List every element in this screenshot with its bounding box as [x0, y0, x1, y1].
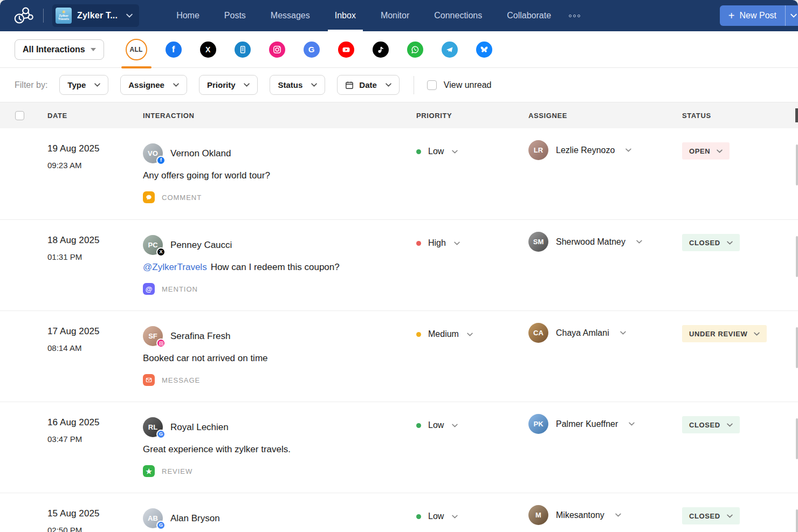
instagram-icon [156, 338, 166, 348]
new-post-button[interactable]: + New Post [720, 5, 785, 26]
assignee-dropdown[interactable]: PK Palmer Kueffner [528, 414, 682, 434]
chevron-down-icon [454, 241, 460, 245]
nav-item-monitor[interactable]: Monitor [368, 0, 422, 31]
priority-dropdown[interactable]: Low [416, 147, 528, 156]
avatar: CA [528, 323, 548, 343]
status-dropdown[interactable]: CLOSED [682, 416, 740, 433]
nav-item-home[interactable]: Home [164, 0, 212, 31]
interaction-cell: SF Serafina Fresh Booked car not arrived… [143, 326, 416, 402]
select-all-checkbox[interactable] [15, 111, 24, 120]
interaction-date: 16 Aug 2025 [47, 417, 143, 428]
chevron-down-icon [625, 148, 631, 152]
table-row[interactable]: 17 Aug 2025 08:14 AM SF Serafina Fresh B… [0, 310, 798, 402]
table-row[interactable]: 16 Aug 2025 03:47 PM RL G Royal Lechien … [0, 402, 798, 493]
zoho-social-logo-icon[interactable] [12, 5, 36, 26]
interaction-message: Booked car not arrived on time [143, 353, 416, 364]
interaction-time: 08:14 AM [47, 343, 143, 353]
status-dropdown[interactable]: CLOSED [682, 507, 740, 524]
chevron-down-icon [467, 333, 473, 336]
tiktok-icon[interactable] [373, 42, 389, 58]
status-dropdown[interactable]: CLOSED [682, 234, 740, 251]
avatar: M [528, 505, 548, 525]
column-header-assignee: ASSIGNEE [528, 112, 682, 120]
interaction-date: 15 Aug 2025 [47, 508, 143, 519]
chevron-down-icon [727, 241, 733, 245]
x-twitter-icon[interactable]: X [200, 42, 216, 58]
author-name: Serafina Fresh [170, 331, 231, 342]
channel-filter-bar: All Interactions ALL f X G [0, 31, 798, 68]
assignee-dropdown[interactable]: CA Chaya Amlani [528, 323, 682, 343]
status-dropdown[interactable]: UNDER REVIEW [682, 325, 767, 342]
interaction-type: COMMENT [143, 191, 416, 203]
priority-dropdown[interactable]: High [416, 238, 528, 248]
interaction-message: Great experience with zylker travels. [143, 444, 416, 455]
filter-status-dropdown[interactable]: Status [270, 75, 325, 95]
message-icon [143, 374, 155, 386]
calendar-icon [345, 81, 354, 89]
comment-icon [143, 191, 155, 203]
view-unread-toggle[interactable]: View unread [427, 80, 492, 90]
google-icon: G [156, 521, 166, 530]
nav-item-messages[interactable]: Messages [258, 0, 322, 31]
avatar: AB G [143, 508, 163, 528]
nav-item-posts[interactable]: Posts [212, 0, 258, 31]
filter-priority-dropdown[interactable]: Priority [199, 75, 258, 95]
date-cell: 17 Aug 2025 08:14 AM [47, 326, 143, 402]
table-row[interactable]: 15 Aug 2025 02:50 PM AB G Alan Bryson Lo… [0, 493, 798, 532]
assignee-dropdown[interactable]: M Mikesantony [528, 505, 682, 525]
new-post-dropdown-button[interactable] [785, 5, 798, 26]
google-icon: G [156, 430, 166, 439]
status-cell: CLOSED [682, 235, 798, 310]
assignee-dropdown[interactable]: SM Sherwood Matney [528, 232, 682, 252]
whatsapp-icon[interactable] [407, 42, 423, 58]
chevron-down-icon [629, 422, 635, 426]
google-my-business-icon[interactable] [235, 42, 251, 58]
youtube-icon[interactable] [338, 42, 354, 58]
nav-item-connections[interactable]: Connections [422, 0, 494, 31]
assignee-cell: PK Palmer Kueffner [528, 417, 682, 493]
chevron-down-icon [727, 423, 733, 427]
priority-dropdown[interactable]: Low [416, 512, 528, 521]
type-label: COMMENT [162, 194, 202, 202]
new-post-split-button: + New Post [720, 5, 798, 26]
priority-dropdown[interactable]: Medium [416, 329, 528, 339]
priority-cell: Low [416, 143, 528, 219]
instagram-icon[interactable] [269, 42, 285, 58]
nav-item-inbox[interactable]: Inbox [322, 0, 368, 31]
type-label: REVIEW [162, 467, 192, 475]
avatar: LR [528, 140, 548, 160]
priority-dropdown[interactable]: Low [416, 420, 528, 430]
telegram-icon[interactable] [442, 42, 458, 58]
brand-switcher[interactable]: ☀ Zylker Travels Zylker T... [52, 4, 139, 27]
filter-type-dropdown[interactable]: Type [59, 75, 108, 95]
mention-link[interactable]: @ZylkerTravels [143, 262, 207, 272]
x-twitter-icon: X [156, 247, 166, 257]
status-badge-label: CLOSED [689, 512, 720, 520]
table-header: DATE INTERACTION PRIORITY ASSIGNEE STATU… [0, 102, 798, 128]
all-interactions-dropdown[interactable]: All Interactions [15, 39, 104, 60]
assignee-dropdown[interactable]: LR Lezlie Reynozo [528, 140, 682, 160]
channel-all[interactable]: ALL [126, 39, 147, 60]
date-cell: 18 Aug 2025 01:31 PM [47, 235, 143, 310]
plus-icon: + [728, 10, 735, 21]
assignee-cell: SM Sherwood Matney [528, 235, 682, 310]
chevron-down-icon [94, 83, 100, 87]
more-menu-icon[interactable] [566, 11, 583, 20]
priority-dot [416, 514, 421, 519]
nav-item-collaborate[interactable]: Collaborate [494, 0, 563, 31]
filter-date-dropdown[interactable]: Date [337, 75, 400, 95]
filter-assignee-dropdown[interactable]: Assignee [120, 75, 187, 95]
facebook-icon[interactable]: f [166, 42, 182, 58]
table-row[interactable]: 18 Aug 2025 01:31 PM PC X Penney Caucci … [0, 219, 798, 310]
status-dropdown[interactable]: OPEN [682, 142, 730, 160]
table-row[interactable]: 19 Aug 2025 09:23 AM VO f Vernon Okland … [0, 128, 798, 219]
interaction-message: @ZylkerTravelsHow can I redeem this coup… [143, 262, 416, 273]
google-icon[interactable]: G [304, 42, 320, 58]
view-unread-checkbox[interactable] [427, 80, 437, 90]
interaction-time: 09:23 AM [47, 161, 143, 170]
view-unread-label: View unread [444, 80, 492, 90]
priority-dot [416, 423, 421, 428]
chevron-down-icon [754, 332, 760, 336]
bluesky-icon[interactable] [476, 42, 492, 58]
mention-icon: @ [143, 283, 155, 295]
